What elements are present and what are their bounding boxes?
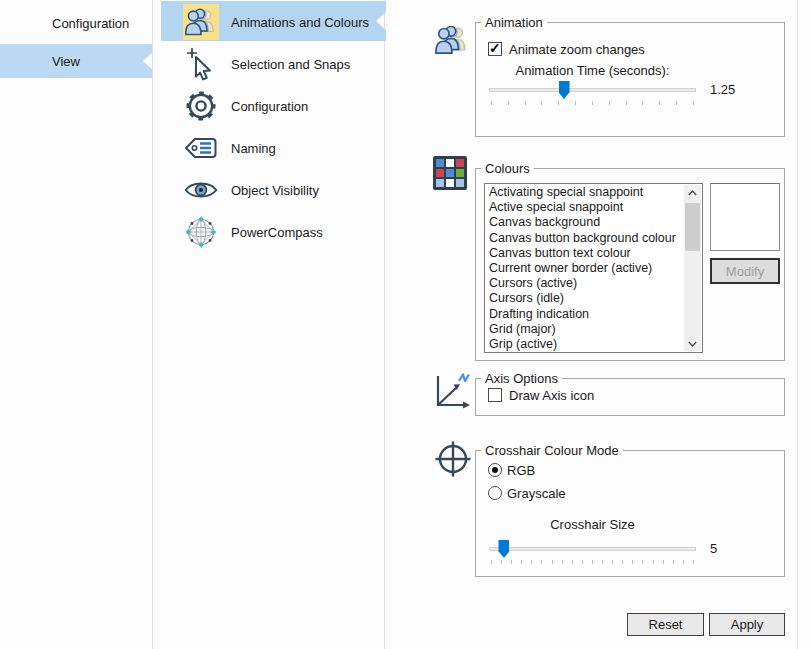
eye-icon <box>183 172 219 208</box>
crosshair-size-value: 5 <box>710 541 717 556</box>
group-title: Colours <box>481 161 534 176</box>
category-nav-panel: Animations and Colours Selection and Sna… <box>152 0 385 649</box>
rgb-label: RGB <box>507 463 535 478</box>
tick-mark <box>541 560 542 564</box>
nav-item-selection-and-snaps[interactable]: Selection and Snaps <box>153 43 386 85</box>
draw-axis-checkbox[interactable] <box>488 388 502 402</box>
tick-mark <box>683 560 684 564</box>
slider-thumb[interactable] <box>498 540 509 558</box>
group-title: Animation <box>481 15 547 30</box>
nav-item-label: Animations and Colours <box>231 1 369 43</box>
animate-zoom-checkbox[interactable] <box>488 42 502 56</box>
nav-item-label: Object Visibility <box>231 169 319 211</box>
nav-item-object-visibility[interactable]: Object Visibility <box>153 169 386 211</box>
tick-mark <box>609 101 610 105</box>
scrollbar-down-icon[interactable] <box>684 336 701 351</box>
rgb-radio[interactable] <box>488 463 502 477</box>
people-icon <box>433 24 471 56</box>
tick-mark <box>525 101 526 105</box>
sidebar-tab-view[interactable]: View <box>0 44 152 78</box>
animation-time-slider[interactable] <box>489 80 696 100</box>
animation-group: Animation Animate zoom changes Animation… <box>475 22 785 137</box>
tick-mark <box>693 560 694 564</box>
tick-mark <box>521 560 522 564</box>
tick-mark <box>511 560 512 564</box>
animate-zoom-label: Animate zoom changes <box>509 42 645 57</box>
listbox-scrollbar[interactable] <box>684 185 701 351</box>
people-icon <box>183 4 219 40</box>
slider-ticks <box>491 101 694 105</box>
colour-list-item[interactable]: Canvas background <box>485 215 684 230</box>
tick-mark <box>673 560 674 564</box>
tick-mark <box>572 560 573 564</box>
group-title: Axis Options <box>481 371 562 386</box>
nav-item-powercompass[interactable]: PowerCompass <box>153 211 386 253</box>
tick-mark <box>575 101 576 105</box>
nav-item-label: PowerCompass <box>231 211 323 253</box>
colour-list-item[interactable]: Active special snappoint <box>485 200 684 215</box>
tick-mark <box>592 101 593 105</box>
colour-list-item[interactable]: Cursors (idle) <box>485 291 684 306</box>
colour-list-item[interactable]: Activating special snappoint <box>485 185 684 200</box>
tick-mark <box>501 560 502 564</box>
sidebar-tab-label: View <box>52 54 80 69</box>
tick-mark <box>622 560 623 564</box>
palette-grid-icon <box>433 156 467 190</box>
scrollbar-up-icon[interactable] <box>684 185 701 200</box>
crosshair-size-label: Crosshair Size <box>489 517 696 532</box>
group-title: Crosshair Colour Mode <box>481 443 623 458</box>
tick-mark <box>632 560 633 564</box>
nav-item-label: Naming <box>231 127 276 169</box>
axis-options-group: Axis Options Draw Axis icon <box>475 378 785 416</box>
tick-mark <box>693 101 694 105</box>
colour-listbox[interactable]: Activating special snappointActive speci… <box>484 183 703 353</box>
nav-item-label: Selection and Snaps <box>231 43 350 85</box>
tick-mark <box>562 560 563 564</box>
animation-time-value: 1.25 <box>710 82 735 97</box>
axis-icon <box>430 368 474 412</box>
tick-mark <box>642 101 643 105</box>
settings-sidebar: Configuration View <box>0 0 152 649</box>
draw-axis-label: Draw Axis icon <box>509 388 594 403</box>
colour-list-item[interactable]: Canvas button text colour <box>485 246 684 261</box>
tick-mark <box>612 560 613 564</box>
grayscale-radio[interactable] <box>488 486 502 500</box>
tick-mark <box>602 560 603 564</box>
tick-mark <box>558 101 559 105</box>
apply-button[interactable]: Apply <box>709 613 785 636</box>
grayscale-label: Grayscale <box>507 486 566 501</box>
sidebar-tab-label: Configuration <box>52 16 129 31</box>
sidebar-tab-configuration[interactable]: Configuration <box>0 8 152 38</box>
nav-item-animations-and-colours[interactable]: Animations and Colours <box>153 1 386 43</box>
tick-mark <box>582 560 583 564</box>
colour-list-item[interactable]: Grip (active) <box>485 337 684 351</box>
panel-right-divider <box>797 0 798 649</box>
tick-mark <box>531 560 532 564</box>
tick-mark <box>659 101 660 105</box>
colour-list-item[interactable]: Canvas button background colour <box>485 231 684 246</box>
tick-mark <box>626 101 627 105</box>
powercompass-icon <box>183 214 219 250</box>
colour-preview-swatch <box>710 183 780 251</box>
nav-item-naming[interactable]: Naming <box>153 127 386 169</box>
colours-group: Colours Activating special snappointActi… <box>475 168 785 361</box>
colour-list-item[interactable]: Grid (major) <box>485 322 684 337</box>
colour-list-item[interactable]: Current owner border (active) <box>485 261 684 276</box>
reset-button[interactable]: Reset <box>627 613 704 636</box>
nav-item-configuration[interactable]: Configuration <box>153 85 386 127</box>
slider-thumb[interactable] <box>559 81 570 99</box>
tick-mark <box>676 101 677 105</box>
gear-icon <box>183 88 219 124</box>
colour-list-item[interactable]: Drafting indication <box>485 307 684 322</box>
crosshair-size-slider[interactable] <box>489 539 696 559</box>
scrollbar-thumb[interactable] <box>685 203 700 251</box>
tick-mark <box>491 560 492 564</box>
slider-track <box>489 547 696 551</box>
tick-mark <box>663 560 664 564</box>
animation-time-label: Animation Time (seconds): <box>489 63 696 78</box>
tick-mark <box>541 101 542 105</box>
crosshair-icon <box>433 439 473 479</box>
slider-track <box>489 88 696 92</box>
modify-button[interactable]: Modify <box>710 258 780 284</box>
colour-list-item[interactable]: Cursors (active) <box>485 276 684 291</box>
